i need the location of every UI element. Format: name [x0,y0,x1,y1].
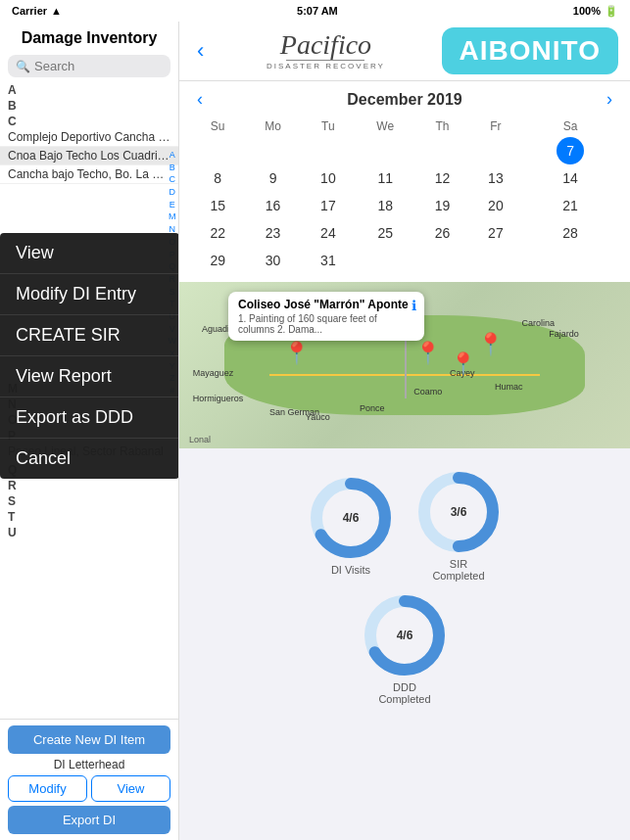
cal-cell[interactable]: 30 [244,247,301,274]
cal-cell[interactable]: 19 [415,192,468,219]
cal-cell[interactable]: 12 [415,164,468,192]
cal-cell[interactable]: 10 [302,164,355,192]
cal-cell[interactable]: 22 [191,219,244,247]
cal-cell[interactable]: 14 [522,164,618,192]
cal-cell[interactable]: 31 [302,247,355,274]
alpha-A[interactable]: A [169,150,177,162]
search-bar[interactable]: 🔍 [8,55,170,77]
cal-cell[interactable]: 13 [469,164,522,192]
cal-cell[interactable]: 28 [522,219,618,247]
cal-cell[interactable]: 25 [355,219,415,247]
di-visits-donut-wrapper: 4/6 DI Visits [307,474,395,576]
cal-cell[interactable]: 21 [522,192,618,219]
list-item[interactable]: Cnoa Bajo Techo Los Cuadritos [0,147,178,165]
view-button[interactable]: View [91,775,170,802]
di-visits-label: DI Visits [331,564,370,576]
context-view[interactable]: View [0,233,178,274]
list-item[interactable]: Cancha bajo Techo, Bo. La Plata [0,165,178,184]
calendar-prev-button[interactable]: ‹ [191,89,209,110]
status-time: 5:07 AM [297,5,338,17]
cal-cell-today[interactable]: 7 [522,137,618,164]
export-di-button[interactable]: Export DI [8,806,170,834]
cal-day-fr: Fr [469,116,522,137]
letter-b: B [0,97,178,113]
map-background: Aguadilla Mayaguez Hormigueros San Germa… [179,282,630,448]
context-export-ddd[interactable]: Export as DDD [0,397,178,439]
status-right: 100% 🔋 [573,5,618,18]
cal-cell[interactable]: 15 [191,192,244,219]
cal-cell[interactable]: 16 [244,192,301,219]
status-left: Carrier ▲ [12,5,62,17]
cal-cell[interactable]: 11 [355,164,415,192]
map-popup[interactable]: Coliseo José "Marrón" Aponte 1. Painting… [228,292,424,341]
cal-cell[interactable]: 18 [355,192,415,219]
map-city-humac: Humac [495,382,523,392]
map-popup-info-icon[interactable]: ℹ [412,298,416,313]
cal-cell[interactable]: 29 [191,247,244,274]
calendar-next-button[interactable]: › [601,89,618,110]
map-popup-title: Coliseo José "Marrón" Aponte [238,298,414,311]
stats-bottom: 4/6 DDDCompleted [179,591,630,724]
context-cancel[interactable]: Cancel [0,439,178,479]
cal-cell[interactable]: 24 [302,219,355,247]
logo-divider [286,60,364,61]
cal-day-tu: Tu [302,116,355,137]
cal-cell[interactable] [469,137,522,164]
map-city-yauco: Yauco [306,412,330,422]
map-pin-3[interactable]: 📍 [414,341,441,366]
cal-cell[interactable]: 8 [191,164,244,192]
cal-cell[interactable]: 9 [244,164,301,192]
map-section[interactable]: Aguadilla Mayaguez Hormigueros San Germa… [179,282,630,448]
context-menu: View Modify DI Entry CREATE SIR View Rep… [0,233,178,479]
map-pin-1[interactable]: 📍 [283,341,310,366]
cal-cell[interactable] [415,137,468,164]
back-button[interactable]: ‹ [191,38,210,64]
cal-cell[interactable] [355,137,415,164]
letterhead-btn-row: Modify View [8,775,170,802]
cal-cell[interactable]: 27 [469,219,522,247]
alpha-D[interactable]: D [169,187,177,199]
alpha-B[interactable]: B [169,163,177,174]
map-pin-5[interactable]: 📍 [477,332,504,357]
cal-cell[interactable]: 20 [469,192,522,219]
alpha-M[interactable]: M [169,211,177,223]
calendar-header: ‹ December 2019 › [191,89,618,110]
alpha-C[interactable]: C [169,174,177,186]
sidebar-list: A B C D E M N O P Q R S T U V W X Y Z # [0,81,178,719]
main-layout: Damage Inventory 🔍 A B C D E M N O P Q R… [0,22,630,840]
calendar-title: December 2019 [347,91,461,109]
context-modify-di[interactable]: Modify DI Entry [0,274,178,315]
list-item[interactable]: Complejo Deportivo Cancha de... [0,128,178,147]
logo-text: Pacifico [280,31,371,59]
map-city-ponce: Ponce [360,403,385,413]
create-new-di-button[interactable]: Create New DI Item [8,725,170,754]
map-city-carolina: Carolina [522,318,556,328]
map-pin-4[interactable]: 📍 [450,351,476,377]
map-label: Lonal [189,435,211,444]
battery-label: 100% [573,5,601,17]
search-input[interactable] [34,59,163,73]
calendar-grid: Su Mo Tu We Th Fr Sa [191,116,618,274]
cal-cell[interactable] [302,137,355,164]
alpha-E[interactable]: E [169,200,177,211]
context-view-report[interactable]: View Report [0,356,178,397]
cal-cell[interactable]: 23 [244,219,301,247]
cal-cell[interactable] [522,247,618,274]
cal-cell[interactable] [355,247,415,274]
map-popup-body: 1. Painting of 160 square feet of column… [238,313,414,335]
map-city-mayaguez: Mayaguez [193,368,234,378]
di-visits-donut: 4/6 [307,474,395,562]
cal-day-we: We [355,116,415,137]
modify-button[interactable]: Modify [8,775,87,802]
cal-cell[interactable]: 17 [302,192,355,219]
cal-cell[interactable] [191,137,244,164]
map-city-fajardo: Fajardo [549,329,579,339]
context-create-sir[interactable]: CREATE SIR [0,315,178,356]
wifi-icon: ▲ [51,5,62,17]
carrier-label: Carrier [12,5,47,17]
cal-cell[interactable] [244,137,301,164]
stats-section: 4/6 DI Visits 3/6 SIRCompleted [179,448,630,591]
cal-cell[interactable] [415,247,468,274]
cal-cell[interactable]: 26 [415,219,468,247]
cal-cell[interactable] [469,247,522,274]
